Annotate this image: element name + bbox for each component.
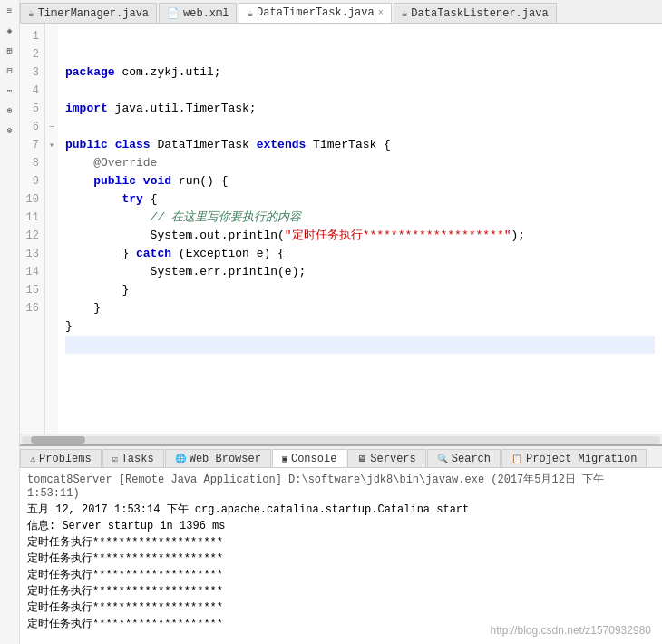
line-number-7: 7 [24,136,39,154]
fold-6[interactable]: − [45,118,58,136]
code-line-3: import java.util.TimerTask; [65,100,655,118]
code-line-13: } [65,281,655,299]
bottom-tab-label-console: Console [291,453,336,465]
tab-icon-data-task-listener: ☕ [402,7,408,19]
tab-label-timer-manager: TimerManager.java [38,7,149,20]
code-lines[interactable]: package com.zykj.util; import java.util.… [58,24,662,434]
line-number-15: 15 [24,281,39,299]
console-line-1: 信息: Server startup in 1396 ms [27,518,655,534]
bottom-tab-servers[interactable]: 🖥Servers [347,449,425,467]
console-lines: 五月 12, 2017 1:53:14 下午 org.apache.catali… [27,502,655,632]
fold-11 [45,209,58,227]
console-line-6: 定时任务执行******************** [27,600,655,616]
fold-2 [45,45,58,63]
fold-3 [45,63,58,82]
sidebar-icon-0[interactable]: ≡ [3,4,17,18]
bottom-tab-search[interactable]: 🔍Search [427,449,501,467]
bottom-tab-problems[interactable]: ⚠Problems [20,449,102,467]
line-number-16: 16 [24,299,39,317]
bottom-tab-console[interactable]: ▣Console [272,449,346,467]
bottom-tab-tasks[interactable]: ☑Tasks [102,449,164,467]
fold-14 [45,263,58,281]
code-line-4 [65,118,655,136]
tab-bar: ☕TimerManager.java📄web.xml☕DataTimerTask… [20,0,662,24]
line-numbers: 12345678910111213141516 [20,24,45,434]
bottom-tab-icon-servers: 🖥 [357,454,366,464]
watermark: http://blog.csdn.net/z1570932980 [491,624,651,637]
bottom-panel: ⚠Problems☑Tasks🌐Web Browser▣Console🖥Serv… [20,444,662,644]
tab-data-task-listener[interactable]: ☕DataTaskListener.java [394,3,557,23]
tab-icon-timer-manager: ☕ [28,7,34,19]
line-number-11: 11 [24,209,39,227]
fold-12 [45,227,58,245]
line-number-12: 12 [24,227,39,245]
bottom-tab-label-servers: Servers [370,453,415,465]
line-number-9: 9 [24,172,39,190]
sidebar-icon-3[interactable]: ⊟ [3,63,17,78]
code-line-8: try { [65,190,655,209]
bottom-tab-web-browser[interactable]: 🌐Web Browser [165,449,271,467]
tab-label-data-timer-task: DataTimerTask.java [257,6,375,19]
fold-7[interactable]: ▾ [45,136,58,154]
bottom-tab-label-tasks: Tasks [122,453,154,465]
tab-web-xml[interactable]: 📄web.xml [159,3,237,23]
console-line-3: 定时任务执行******************** [27,551,655,567]
fold-5 [45,100,58,118]
code-line-10: System.out.println("定时任务执行**************… [65,227,655,245]
fold-1 [45,27,58,45]
code-line-5: public class DataTimerTask extends Timer… [65,136,655,154]
fold-15 [45,281,58,299]
console-line-2: 定时任务执行******************** [27,534,655,551]
tab-timer-manager[interactable]: ☕TimerManager.java [20,3,157,23]
tab-label-data-task-listener: DataTaskListener.java [411,7,548,20]
bottom-tab-bar: ⚠Problems☑Tasks🌐Web Browser▣Console🖥Serv… [20,446,662,468]
line-number-5: 5 [24,100,39,118]
line-number-8: 8 [24,154,39,172]
line-number-14: 14 [24,263,39,281]
console-line-4: 定时任务执行******************** [27,567,655,583]
sidebar-icon-1[interactable]: ◈ [3,24,17,38]
line-number-3: 3 [24,63,39,82]
fold-gutter: −▾ [45,24,58,434]
code-editor[interactable]: 12345678910111213141516 −▾ package com.z… [20,24,662,444]
fold-8 [45,154,58,172]
bottom-tab-label-web-browser: Web Browser [190,453,261,465]
tab-close-data-timer-task[interactable]: × [378,8,384,18]
sidebar-icon-6[interactable]: ⊗ [3,123,17,138]
tab-icon-data-timer-task: ☕ [247,7,253,19]
console-content: tomcat8Server [Remote Java Application] … [20,468,662,636]
code-line-9: // 在这里写你要执行的内容 [65,209,655,227]
code-line-11: } catch (Exception e) { [65,245,655,263]
line-number-2: 2 [24,45,39,63]
line-number-10: 10 [24,190,39,209]
fold-16 [45,299,58,317]
sidebar-icon-4[interactable]: ⋯ [3,83,17,98]
line-number-6: 6 [24,118,39,136]
bottom-tab-project-migration[interactable]: 📋Project Migration [501,449,647,467]
fold-4 [45,82,58,100]
bottom-tab-label-problems: Problems [39,453,92,465]
tab-data-timer-task[interactable]: ☕DataTimerTask.java× [239,3,391,23]
console-line-5: 定时任务执行******************** [27,583,655,600]
bottom-tab-icon-tasks: ☑ [112,454,118,464]
code-line-15: } [65,317,655,336]
sidebar-icon-2[interactable]: ⊞ [3,44,17,58]
fold-9 [45,172,58,190]
bottom-tab-icon-web-browser: 🌐 [175,454,186,464]
bottom-tab-icon-console: ▣ [282,454,287,464]
sidebar-icon-5[interactable]: ⊕ [3,103,17,118]
line-number-4: 4 [24,82,39,100]
code-line-7: public void run() { [65,172,655,190]
code-line-1: package com.zykj.util; [65,63,655,82]
tab-label-web-xml: web.xml [183,7,229,20]
horizontal-scrollbar[interactable] [20,434,662,444]
code-line-16 [65,336,655,354]
code-line-2 [65,82,655,100]
code-line-12: System.err.println(e); [65,263,655,281]
bottom-tab-label-project-migration: Project Migration [526,453,637,465]
console-line-0: 五月 12, 2017 1:53:14 下午 org.apache.catali… [27,502,655,518]
code-line-6: @Override [65,154,655,172]
bottom-tab-icon-search: 🔍 [437,454,448,464]
line-number-1: 1 [24,27,39,45]
main-content: ☕TimerManager.java📄web.xml☕DataTimerTask… [20,0,662,644]
